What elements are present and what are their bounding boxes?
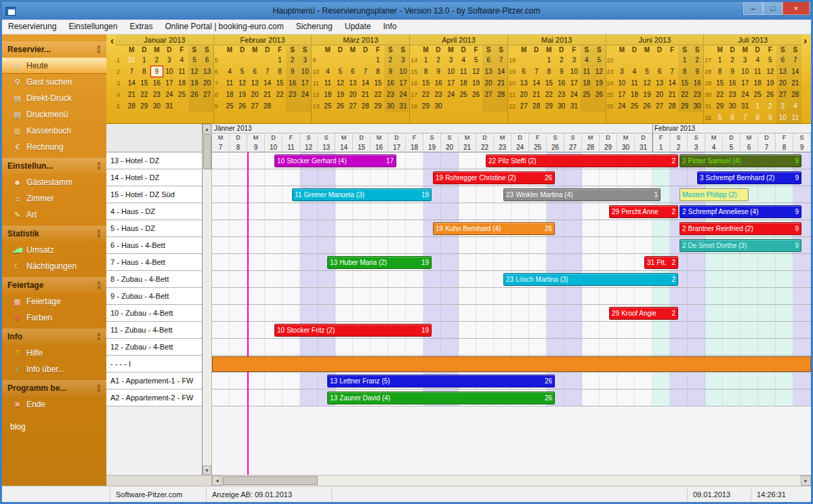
calendar-day[interactable]: 28: [530, 100, 543, 112]
horizontal-scroll-thumb[interactable]: [223, 476, 318, 485]
sidebar-item-feiertage[interactable]: ▦Feiertage: [2, 293, 106, 310]
calendar-day[interactable]: 19: [764, 77, 776, 89]
calendar-day[interactable]: 21: [261, 89, 274, 100]
calendar-day[interactable]: 30: [384, 100, 397, 112]
calendar-day[interactable]: 24: [397, 89, 410, 100]
day-number-cell[interactable]: 8: [776, 143, 793, 152]
calendar-day[interactable]: 3: [616, 66, 629, 77]
day-number-cell[interactable]: 22: [476, 143, 494, 152]
calendar-day[interactable]: 25: [751, 89, 764, 100]
calendar-day[interactable]: 8: [419, 66, 432, 77]
calendar-day[interactable]: 21: [125, 89, 138, 100]
menu-item-info[interactable]: Info: [377, 20, 402, 34]
calendar-day[interactable]: 29: [372, 100, 385, 112]
calendar-day[interactable]: 7: [666, 66, 679, 77]
calendar-day[interactable]: 13: [776, 66, 789, 77]
gantt-row[interactable]: [212, 254, 811, 271]
day-number-cell[interactable]: 4: [705, 143, 723, 152]
calendar-day[interactable]: 13: [653, 77, 666, 89]
calendar-day[interactable]: 3: [299, 54, 312, 66]
calendar-day[interactable]: 5: [236, 66, 249, 77]
calendar-day[interactable]: 23: [432, 89, 445, 100]
calendar-day[interactable]: 23: [384, 89, 397, 100]
menu-item-reservierung[interactable]: Reservierung: [2, 20, 62, 34]
calendar-day[interactable]: 31: [568, 100, 581, 112]
calendar-day[interactable]: 21: [495, 77, 507, 89]
calendar-day[interactable]: 2: [726, 54, 739, 66]
reservation-bar[interactable]: 10Stocker Gerhard (4)17: [274, 154, 396, 167]
collapse-chevron-icon[interactable]: »»: [94, 230, 102, 238]
calendar-day[interactable]: 10: [776, 112, 789, 123]
reservation-bar[interactable]: 13Huber Maria (2)19: [327, 256, 432, 269]
calendar-day[interactable]: 3: [163, 54, 176, 66]
calendar-day[interactable]: 9: [691, 66, 704, 77]
calendar-day[interactable]: 3: [397, 54, 410, 66]
calendar-day[interactable]: 28: [789, 89, 802, 100]
calendar-day[interactable]: 6: [776, 54, 789, 66]
calendar-day[interactable]: 12: [236, 77, 249, 89]
calendar-day[interactable]: 8: [543, 66, 556, 77]
calendar-day[interactable]: 11: [321, 77, 334, 89]
reservation-bar[interactable]: 19Kuhn Bernhard (4)26: [433, 222, 555, 235]
calendar-day[interactable]: 20: [201, 77, 213, 89]
collapse-chevron-icon[interactable]: »»: [94, 162, 102, 170]
calendar-day[interactable]: 18: [175, 77, 188, 89]
day-number-cell[interactable]: 18: [406, 143, 423, 152]
calendar-day[interactable]: 18: [581, 77, 593, 89]
reservation-bar[interactable]: 13Zauner David (4)26: [327, 392, 555, 404]
calendar-day[interactable]: 30: [691, 100, 704, 112]
reservation-bar[interactable]: 29Kroof Angie2: [609, 307, 678, 320]
calendar-day[interactable]: 8: [713, 66, 726, 77]
calendar-day[interactable]: 9: [384, 66, 397, 77]
calendar-day[interactable]: 4: [628, 66, 641, 77]
calendar-day[interactable]: 8: [751, 112, 764, 123]
day-number-cell[interactable]: 12: [300, 143, 318, 152]
calendar-day[interactable]: 7: [359, 66, 372, 77]
calendar-day[interactable]: 13: [347, 77, 360, 89]
calendar-day[interactable]: 8: [274, 66, 287, 77]
day-number-cell[interactable]: 24: [512, 143, 529, 152]
calendar-day[interactable]: 25: [457, 89, 470, 100]
calendar-day[interactable]: 27: [201, 89, 213, 100]
calendar-day[interactable]: 31: [738, 100, 751, 112]
calendar-day[interactable]: 4: [321, 66, 334, 77]
calendar-day[interactable]: 15: [543, 77, 556, 89]
calendar-day[interactable]: 28: [666, 100, 679, 112]
calendar-day[interactable]: 26: [236, 100, 249, 112]
calendar-day[interactable]: 26: [470, 89, 482, 100]
sidebar-item-nachtigungen[interactable]: ☾Nächtigungen: [2, 258, 106, 274]
calendar-day[interactable]: 7: [738, 112, 751, 123]
sidebar-item-zimmer[interactable]: ⌂Zimmer: [2, 190, 106, 207]
reservation-bar[interactable]: [212, 356, 811, 372]
calendar-day[interactable]: 4: [581, 54, 593, 66]
calendar-day[interactable]: 15: [372, 77, 385, 89]
collapse-chevron-icon[interactable]: »»: [94, 45, 102, 54]
calendar-day[interactable]: 9: [764, 112, 776, 123]
calendar-day[interactable]: 24: [616, 100, 629, 112]
calendar-day[interactable]: 10: [616, 77, 629, 89]
day-number-cell[interactable]: 5: [723, 143, 741, 152]
reservation-bar[interactable]: 2Brantner Reinfried (2)9: [680, 222, 801, 235]
calendar-day[interactable]: 20: [653, 89, 666, 100]
calendar-day[interactable]: 9: [726, 66, 739, 77]
day-number-cell[interactable]: 7: [212, 143, 230, 152]
calendar-day[interactable]: 15: [678, 77, 691, 89]
calendar-day[interactable]: 26: [188, 89, 201, 100]
collapse-chevron-icon[interactable]: »»: [94, 384, 102, 392]
collapse-chevron-icon[interactable]: »»: [94, 281, 102, 289]
menu-item-einstellungen[interactable]: Einstellungen: [62, 20, 123, 34]
calendar-day[interactable]: 4: [224, 66, 236, 77]
calendar-day[interactable]: 11: [175, 66, 188, 77]
sidebar-section-einstellun[interactable]: Einstellun...»»: [2, 158, 106, 174]
day-number-cell[interactable]: 20: [441, 143, 459, 152]
calendar-day[interactable]: 29: [678, 100, 691, 112]
calendar-day[interactable]: 7: [495, 54, 507, 66]
calendar-day[interactable]: 19: [236, 89, 249, 100]
calendar-day[interactable]: 28: [125, 100, 138, 112]
day-number-cell[interactable]: 9: [793, 143, 811, 152]
calendar-day[interactable]: 16: [432, 77, 445, 89]
menu-item-update[interactable]: Update: [339, 20, 377, 34]
calendar-day[interactable]: 24: [568, 89, 581, 100]
gantt-row[interactable]: [212, 339, 811, 356]
day-number-cell[interactable]: 27: [564, 143, 582, 152]
